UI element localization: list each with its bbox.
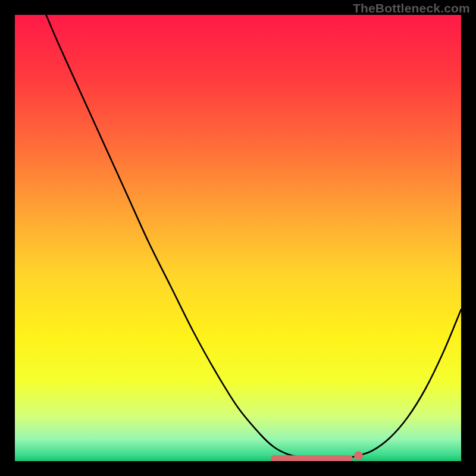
watermark-text: TheBottleneck.com [353, 1, 470, 15]
plot-area [15, 15, 461, 461]
bottleneck-curve [46, 15, 462, 459]
optimal-range-dot [354, 452, 363, 461]
curve-layer [15, 15, 461, 461]
chart-frame: TheBottleneck.com [0, 0, 476, 476]
